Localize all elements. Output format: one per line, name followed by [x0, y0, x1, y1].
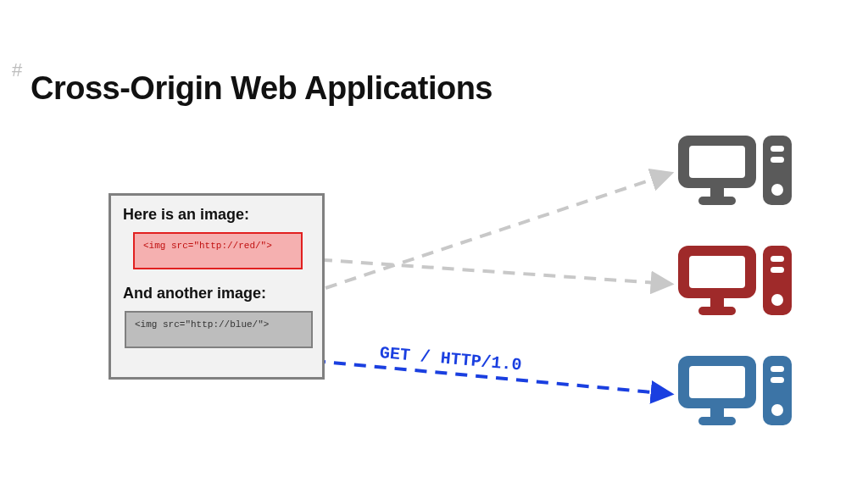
- svg-rect-10: [710, 298, 724, 307]
- heading-1: Here is an image:: [123, 206, 312, 224]
- svg-rect-3: [698, 197, 736, 205]
- svg-point-23: [771, 404, 783, 416]
- svg-rect-14: [771, 267, 784, 273]
- svg-rect-6: [771, 157, 784, 163]
- svg-rect-19: [698, 417, 736, 425]
- svg-rect-17: [689, 366, 745, 398]
- grey-server-icon: [678, 136, 793, 212]
- svg-point-7: [771, 184, 783, 196]
- arrow-to-red-server: [300, 258, 670, 284]
- svg-point-15: [771, 294, 783, 306]
- slide: # Cross-Origin Web Applications Here is …: [0, 0, 868, 488]
- arrow-to-grey-server: [326, 174, 670, 288]
- heading-2: And another image:: [123, 285, 312, 302]
- svg-rect-5: [771, 146, 784, 152]
- svg-rect-2: [710, 188, 724, 197]
- img-tag-blue: <img src="http://blue/">: [125, 311, 313, 348]
- svg-rect-22: [771, 377, 784, 383]
- red-server-icon: [678, 246, 793, 322]
- svg-rect-11: [698, 307, 736, 315]
- svg-rect-18: [710, 408, 724, 417]
- svg-rect-1: [689, 146, 745, 178]
- svg-rect-21: [771, 366, 784, 372]
- svg-rect-13: [771, 256, 784, 262]
- blue-server-icon: [678, 356, 793, 432]
- webpage-box: Here is an image: <img src="http://red/"…: [108, 193, 325, 380]
- svg-rect-9: [689, 256, 745, 288]
- img-tag-red: <img src="http://red/">: [133, 232, 303, 269]
